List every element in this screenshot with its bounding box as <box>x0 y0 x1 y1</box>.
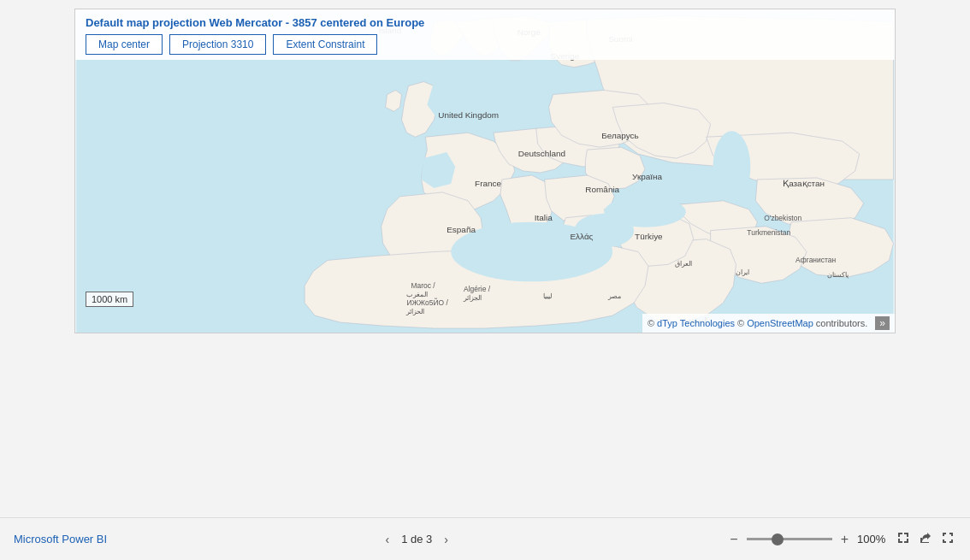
svg-text:Maroc /: Maroc / <box>411 281 435 290</box>
svg-point-4 <box>713 131 751 203</box>
svg-text:العراق: العراق <box>675 259 692 268</box>
attribution-expand-btn[interactable]: » <box>875 316 890 330</box>
scale-label: 1000 km <box>86 292 133 307</box>
osm-link[interactable]: OpenStreetMap <box>747 318 813 328</box>
svg-text:ایران: ایران <box>736 268 749 276</box>
svg-text:Беларусь: Беларусь <box>601 131 638 140</box>
fullscreen-button[interactable] <box>939 529 956 549</box>
svg-text:O'zbekiston: O'zbekiston <box>764 214 801 222</box>
share-button[interactable] <box>917 529 934 549</box>
svg-rect-39 <box>898 533 900 537</box>
zoom-slider[interactable] <box>747 538 832 540</box>
projection-button[interactable]: Projection 3310 <box>169 34 266 55</box>
fit-page-button[interactable] <box>895 529 912 549</box>
scale-bar: 1000 km <box>86 292 133 307</box>
svg-text:الحزائر: الحزائر <box>405 307 424 315</box>
svg-text:مصر: مصر <box>607 292 621 300</box>
fullscreen-icon <box>941 531 955 545</box>
attribution-suffix: contributors. <box>816 318 868 328</box>
svg-text:المغرب: المغرب <box>406 290 428 298</box>
svg-rect-43 <box>898 539 900 543</box>
svg-text:Turkmenistan: Turkmenistan <box>747 228 790 237</box>
svg-text:ИЖЖо5ЙО /: ИЖЖо5ЙО / <box>406 298 448 307</box>
extent-button[interactable]: Extent Constraint <box>273 34 377 55</box>
page-navigation: ‹ 1 de 3 › <box>380 531 453 548</box>
power-bi-link[interactable]: Microsoft Power BI <box>14 533 107 545</box>
svg-text:Афганистан: Афганистан <box>796 256 836 264</box>
svg-text:Deutschland: Deutschland <box>518 149 565 158</box>
svg-text:Україна: Україна <box>632 172 663 181</box>
svg-text:Қазақстан: Қазақстан <box>783 179 825 188</box>
zoom-percent-label: 100% <box>857 533 890 545</box>
svg-text:România: România <box>585 185 619 194</box>
svg-text:Türkiye: Türkiye <box>635 232 663 241</box>
attribution-bar: © dTyp Technologies © OpenStreetMap cont… <box>642 314 895 333</box>
svg-text:United Kingdom: United Kingdom <box>438 110 499 120</box>
fit-icon <box>896 531 910 545</box>
svg-point-5 <box>604 197 685 227</box>
map-container: Ísland Norge Suomi Sverige Россия United… <box>74 9 896 333</box>
page-prev-button[interactable]: ‹ <box>380 531 394 548</box>
svg-text:الجزائر: الجزائر <box>463 293 482 302</box>
dtyp-link[interactable]: dTyp Technologies <box>657 318 735 328</box>
page-next-button[interactable]: › <box>439 531 453 548</box>
svg-rect-41 <box>907 533 908 537</box>
main-area: Ísland Norge Suomi Sverige Россия United… <box>0 0 970 517</box>
zoom-out-button[interactable]: − <box>726 532 741 547</box>
zoom-controls: − + 100% <box>726 529 956 549</box>
map-buttons: Map center Projection 3310 Extent Constr… <box>86 34 884 55</box>
map-header: Default map projection Web Mercator - 38… <box>75 9 895 60</box>
svg-text:Algérie /: Algérie / <box>464 285 491 293</box>
svg-rect-47 <box>920 542 929 543</box>
svg-rect-45 <box>907 539 908 543</box>
zoom-in-button[interactable]: + <box>837 532 852 547</box>
map-center-button[interactable]: Map center <box>86 34 163 55</box>
svg-text:España: España <box>447 225 476 234</box>
page-info: 1 de 3 <box>401 533 432 545</box>
attribution-sep: © <box>737 318 744 328</box>
svg-text:France: France <box>475 179 501 188</box>
status-bar: Microsoft Power BI ‹ 1 de 3 › − + 100% <box>0 517 970 560</box>
svg-text:ليبيا: ليبيا <box>543 292 552 300</box>
attribution-prefix: © <box>648 318 654 328</box>
svg-text:Ελλάς: Ελλάς <box>570 232 593 241</box>
share-icon <box>919 531 932 545</box>
svg-text:پاکستان: پاکستان <box>827 270 849 279</box>
map-title: Default map projection Web Mercator - 38… <box>86 16 884 29</box>
svg-text:Italia: Italia <box>535 213 553 222</box>
